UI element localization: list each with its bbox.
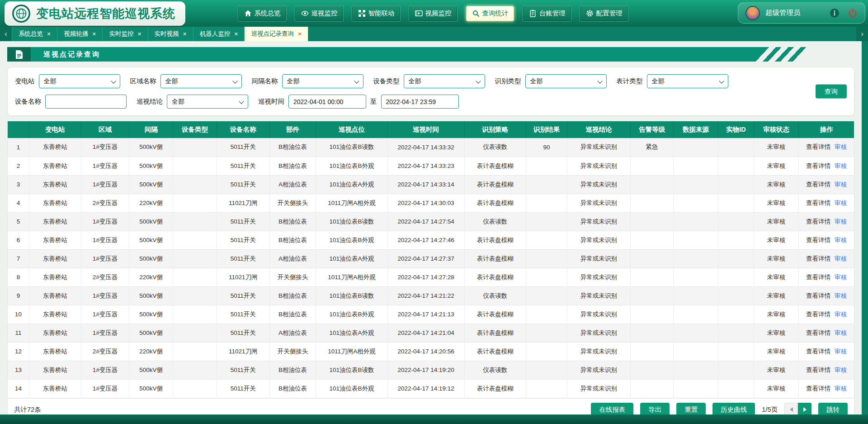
table-cell	[718, 379, 754, 398]
tab-close-icon[interactable]: ×	[137, 31, 141, 37]
tab-4[interactable]: 实时视频×	[148, 27, 193, 41]
view-detail-link[interactable]: 查看详情	[806, 181, 830, 188]
power-icon[interactable]	[848, 8, 858, 18]
filter-row-1: 变电站全部区域名称全部间隔名称全部设备类型全部识别类型全部表计类型全部	[15, 74, 847, 88]
tab-1[interactable]: 系统总览×	[12, 27, 57, 41]
view-detail-link[interactable]: 查看详情	[806, 274, 830, 281]
table-cell: 异常或未识别	[567, 194, 630, 212]
table-cell: 未审核	[754, 342, 798, 361]
view-detail-link[interactable]: 查看详情	[806, 385, 830, 392]
gear-icon	[586, 10, 594, 17]
audit-link[interactable]: 审核	[835, 181, 847, 188]
nav-button-ledger[interactable]: 台账管理	[523, 6, 571, 21]
view-detail-link[interactable]: 查看详情	[806, 255, 830, 262]
tab-5[interactable]: 机器人监控×	[193, 27, 245, 41]
table-cell	[526, 249, 567, 268]
view-detail-link[interactable]: 查看详情	[806, 162, 830, 169]
table-cell	[718, 212, 754, 231]
time-to-input[interactable]	[381, 95, 459, 109]
table-cell: 异常或未识别	[567, 342, 630, 361]
table-cell: 2022-04-17 14:27:37	[387, 249, 464, 268]
tab-close-icon[interactable]: ×	[234, 31, 238, 37]
view-detail-link[interactable]: 查看详情	[806, 237, 830, 243]
nav-button-search[interactable]: 查询统计	[466, 6, 514, 21]
filter-meter-type-select[interactable]: 全部	[647, 74, 728, 88]
view-detail-link[interactable]: 查看详情	[806, 200, 830, 206]
tab-close-icon[interactable]: ×	[92, 31, 96, 37]
audit-link[interactable]: 审核	[835, 237, 847, 243]
filter-substation-select[interactable]: 全部	[39, 74, 120, 88]
nav-button-link[interactable]: 智能联动	[352, 6, 400, 21]
records-table: 变电站区域间隔设备类型设备名称部件巡视点位巡视时间识别策略识别结果巡视结论告警等…	[8, 121, 854, 398]
table-cell: 13	[8, 361, 29, 379]
view-detail-link[interactable]: 查看详情	[806, 311, 830, 318]
audit-link[interactable]: 审核	[835, 143, 847, 150]
table-cell	[631, 157, 674, 175]
nav-button-video[interactable]: 视频监控	[409, 6, 457, 21]
filter-device-type-select[interactable]: 全部	[404, 74, 485, 88]
device-name-input[interactable]	[45, 95, 127, 109]
table-cell	[674, 286, 718, 305]
view-detail-link[interactable]: 查看详情	[806, 329, 830, 336]
table-cell: 12	[8, 342, 29, 361]
records-table-card: 变电站区域间隔设备类型设备名称部件巡视点位巡视时间识别策略识别结果巡视结论告警等…	[7, 121, 854, 414]
table-cell: 500kV侧	[129, 138, 173, 157]
nav-button-home[interactable]: 系统总览	[238, 6, 286, 21]
audit-link[interactable]: 审核	[835, 200, 847, 206]
nav-button-gear[interactable]: 配置管理	[580, 6, 628, 21]
audit-link[interactable]: 审核	[835, 292, 847, 299]
table-cell: 1#变压器	[81, 157, 129, 175]
table-cell: 表计表盘模糊	[464, 249, 526, 268]
tab-close-icon[interactable]: ×	[47, 31, 51, 37]
table-cell	[631, 379, 674, 398]
tab-scroll-left-icon[interactable]: ‹	[0, 27, 12, 41]
tab-3[interactable]: 实时监控×	[103, 27, 148, 41]
audit-link[interactable]: 审核	[835, 218, 847, 225]
nav-button-eye[interactable]: 巡视监控	[295, 6, 343, 21]
tab-scroll-right-icon[interactable]: ›	[856, 27, 868, 41]
table-cell: 2#变压器	[81, 268, 129, 286]
table-cell	[674, 324, 718, 342]
filter-recognition-type-select[interactable]: 全部	[525, 74, 607, 88]
table-cell: 101油位表B外观	[316, 157, 387, 175]
tab-close-icon[interactable]: ×	[298, 31, 302, 37]
audit-link[interactable]: 审核	[835, 367, 847, 373]
audit-link[interactable]: 审核	[835, 274, 847, 281]
operation-cell: 查看详情审核	[798, 361, 854, 379]
info-icon[interactable]	[830, 8, 840, 18]
tab-2[interactable]: 视频轮播×	[57, 27, 103, 41]
table-cell: 101油位表B外观	[316, 305, 387, 324]
table-header-cell: 区域	[81, 121, 129, 138]
view-detail-link[interactable]: 查看详情	[806, 292, 830, 299]
view-detail-link[interactable]: 查看详情	[806, 367, 830, 373]
filter-group-device-name: 设备名称	[15, 95, 127, 109]
filter-conclusion-select[interactable]: 全部	[167, 95, 248, 109]
table-cell: 2022-04-17 14:20:56	[387, 342, 464, 361]
search-button[interactable]: 查询	[816, 85, 847, 99]
audit-link[interactable]: 审核	[835, 329, 847, 336]
tab-6[interactable]: 巡视点记录查询×	[245, 27, 308, 41]
view-detail-link[interactable]: 查看详情	[806, 218, 830, 225]
audit-link[interactable]: 审核	[835, 348, 847, 355]
audit-link[interactable]: 审核	[835, 255, 847, 262]
view-detail-link[interactable]: 查看详情	[806, 348, 830, 355]
table-cell: 7	[8, 249, 29, 268]
audit-link[interactable]: 审核	[835, 162, 847, 169]
table-cell	[674, 342, 718, 361]
table-cell: 1#变压器	[81, 305, 129, 324]
page-indicator: 1/5页	[762, 405, 778, 414]
table-cell: 5011开关	[217, 379, 270, 398]
table-cell: 东善桥站	[29, 305, 81, 324]
view-detail-link[interactable]: 查看详情	[806, 143, 830, 150]
filter-area-name-select[interactable]: 全部	[160, 74, 242, 88]
time-from-input[interactable]	[288, 95, 366, 109]
filter-label: 识别类型	[495, 77, 521, 86]
table-header-cell: 巡视结论	[567, 121, 630, 138]
tab-close-icon[interactable]: ×	[183, 31, 187, 37]
table-cell: 2022-04-17 14:19:20	[387, 361, 464, 379]
avatar[interactable]	[745, 6, 760, 20]
table-cell: 2#变压器	[81, 342, 129, 361]
filter-bay-name-select[interactable]: 全部	[282, 74, 363, 88]
audit-link[interactable]: 审核	[835, 311, 847, 318]
audit-link[interactable]: 审核	[835, 385, 847, 392]
